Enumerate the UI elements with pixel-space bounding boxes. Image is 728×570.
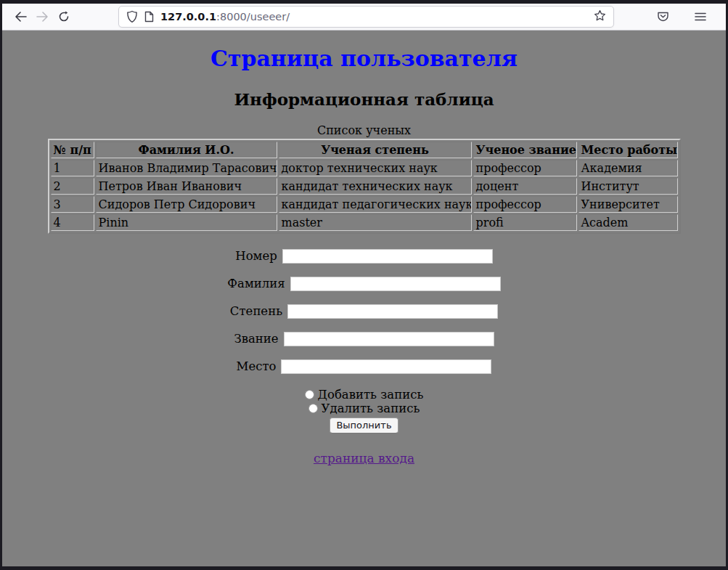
col-header-degree: Ученая степень: [279, 142, 472, 158]
cell-degree: кандидат технических наук: [279, 178, 472, 195]
cell-number: 1: [51, 160, 94, 176]
col-header-name: Фамилия И.О.: [96, 142, 277, 158]
place-label: Место: [237, 359, 277, 373]
page-subtitle: Информационная таблица: [2, 89, 726, 109]
add-record-label[interactable]: Добавить запись: [318, 388, 424, 402]
forward-icon: [36, 12, 49, 22]
page-icon[interactable]: [144, 11, 154, 23]
cell-degree: master: [279, 214, 472, 231]
cell-name: Pinin: [96, 214, 277, 231]
shield-icon[interactable]: [126, 10, 138, 23]
menu-icon: [695, 12, 706, 21]
menu-button[interactable]: [690, 6, 711, 28]
cell-rank: профессор: [473, 160, 577, 176]
browser-toolbar: 127.0.0.1:8000/useeer/: [2, 4, 726, 30]
scientists-table: № п/п Фамилия И.О. Ученая степень Ученое…: [48, 139, 681, 234]
url-domain: 127.0.0.1: [160, 11, 216, 23]
cell-degree: доктор технических наук: [279, 160, 472, 176]
pocket-button[interactable]: [652, 6, 674, 28]
table-row: 4 Pinin master profi Academ: [51, 214, 678, 231]
form-row-rank: Звание: [2, 331, 726, 347]
cell-name: Сидоров Петр Сидорович: [96, 196, 277, 213]
table-caption: Список ученых: [2, 123, 726, 137]
rank-label: Звание: [234, 332, 278, 346]
cell-degree: кандидат педагогических наук: [279, 196, 472, 213]
cell-place: Институт: [578, 178, 678, 195]
form-row-place: Место: [2, 359, 726, 375]
page-title: Страница пользователя: [2, 46, 726, 72]
url-text[interactable]: 127.0.0.1:8000/useeer/: [160, 11, 594, 23]
table-header-row: № п/п Фамилия И.О. Ученая степень Ученое…: [51, 142, 678, 158]
rank-input[interactable]: [284, 332, 494, 346]
bookmark-button[interactable]: [594, 9, 606, 25]
execute-button[interactable]: Выполнить: [330, 418, 398, 433]
cell-name: Петров Иван Иванович: [96, 178, 277, 195]
page-content: Страница пользователя Информационная таб…: [2, 30, 726, 566]
surname-input[interactable]: [290, 277, 501, 291]
cell-rank: доцент: [473, 178, 577, 195]
forward-button[interactable]: [31, 6, 53, 28]
degree-input[interactable]: [287, 304, 498, 319]
reload-button[interactable]: [53, 6, 75, 28]
col-header-place: Место работы: [578, 142, 678, 158]
cell-place: Academ: [578, 214, 678, 231]
cell-rank: profi: [473, 214, 577, 231]
cell-number: 4: [51, 214, 94, 231]
back-button[interactable]: [9, 6, 31, 28]
form-row-degree: Степень: [2, 304, 726, 319]
cell-name: Иванов Владимир Тарасович: [96, 160, 277, 176]
toolbar-right: [652, 6, 717, 28]
degree-label: Степень: [230, 304, 282, 318]
radio-row-delete: Удалить запись: [2, 402, 726, 415]
table-row: 3 Сидоров Петр Сидорович кандидат педаго…: [51, 196, 678, 213]
number-input[interactable]: [282, 249, 493, 264]
bookmark-star-icon: [594, 9, 606, 25]
record-form: Номер Фамилия Степень Звание Место: [2, 248, 726, 433]
url-bar[interactable]: 127.0.0.1:8000/useeer/: [118, 6, 614, 28]
col-header-rank: Ученое звание: [473, 142, 577, 158]
number-label: Номер: [235, 249, 277, 263]
cell-number: 2: [51, 178, 94, 195]
col-header-number: № п/п: [51, 142, 94, 158]
action-radios: Добавить запись Удалить запись: [2, 388, 726, 415]
login-page-link[interactable]: страница входа: [314, 451, 414, 465]
cell-number: 3: [51, 196, 94, 213]
pocket-icon: [657, 11, 669, 23]
surname-label: Фамилия: [227, 277, 285, 290]
delete-record-radio[interactable]: [308, 404, 318, 413]
reload-icon: [58, 11, 70, 23]
cell-place: Университет: [578, 196, 678, 213]
table-row: 1 Иванов Владимир Тарасович доктор техни…: [51, 160, 678, 176]
browser-window: 127.0.0.1:8000/useeer/ Страница пользова…: [0, 0, 728, 570]
delete-record-label[interactable]: Удалить запись: [322, 402, 420, 415]
back-icon: [15, 12, 27, 22]
cell-rank: профессор: [473, 196, 577, 213]
table-row: 2 Петров Иван Иванович кандидат техничес…: [51, 178, 678, 195]
radio-row-add: Добавить запись: [2, 388, 726, 402]
place-input[interactable]: [281, 359, 491, 374]
cell-place: Академия: [578, 160, 678, 176]
url-path: :8000/useeer/: [216, 11, 290, 23]
form-row-number: Номер: [2, 248, 726, 264]
add-record-radio[interactable]: [305, 390, 314, 399]
login-link-row: страница входа: [2, 433, 726, 465]
form-row-surname: Фамилия: [2, 276, 726, 292]
